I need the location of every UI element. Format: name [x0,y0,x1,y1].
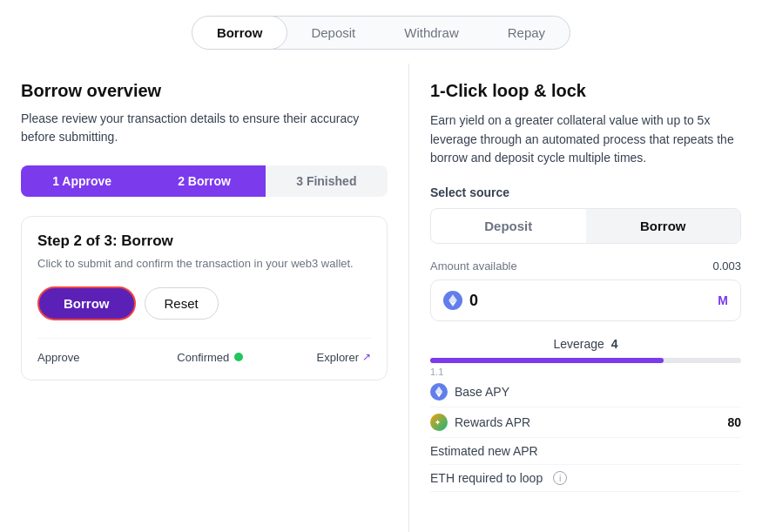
info-icon[interactable]: i [553,471,567,485]
leverage-row: Leverage 4 [430,337,741,351]
eth-required-text: ETH required to loop [430,471,543,485]
eth-required-label: ETH required to loop i [430,471,567,485]
leverage-track[interactable]: 1.1 [430,358,741,363]
status-confirmed: Confirmed [177,351,316,364]
apy-base-label: Base APY [430,383,509,401]
eth-apy-icon [430,383,448,401]
explorer-link[interactable]: Explorer ↗ [317,351,371,364]
right-panel: 1-Click loop & lock Earn yield on a grea… [409,64,762,532]
step-box-desc: Click to submit and confirm the transact… [37,255,371,273]
tab-withdraw[interactable]: Withdraw [380,17,483,49]
source-borrow-btn[interactable]: Borrow [586,209,741,243]
right-title: 1-Click loop & lock [430,81,741,101]
confirmed-dot [234,353,243,361]
apy-rewards-row: ✦ Rewards APR 80 [430,407,741,438]
leverage-value: 4 [611,337,618,351]
explorer-label: Explorer [317,351,359,364]
amount-input-row: 0 M [430,279,741,321]
apy-rewards-label: ✦ Rewards APR [430,414,530,431]
right-desc: Earn yield on a greater collateral value… [430,111,741,168]
tab-group: Borrow Deposit Withdraw Repay [192,16,570,50]
rewards-apy-icon: ✦ [430,414,448,431]
estimated-apr-label: Estimated new APR [430,444,538,458]
main-layout: Borrow overview Please review your trans… [0,64,762,532]
leverage-label: Leverage [553,337,604,351]
tab-deposit[interactable]: Deposit [287,17,380,49]
rewards-apr-value: 80 [727,415,741,429]
apy-estimated-row: Estimated new APR [430,438,741,465]
external-link-icon: ↗ [362,351,371,363]
step-actions: Borrow Reset [37,286,371,320]
step-bar: 1 Approve 2 Borrow 3 Finished [21,165,388,197]
step-2-borrow: 2 Borrow [143,165,265,197]
max-button[interactable]: M [718,293,728,307]
status-approve: Approve [37,351,177,364]
left-panel: Borrow overview Please review your trans… [0,64,409,532]
amount-available-row: Amount available 0.003 [430,259,741,273]
apy-estimated-label: Estimated new APR [430,444,538,458]
top-nav: Borrow Deposit Withdraw Repay [0,0,762,64]
tab-borrow[interactable]: Borrow [192,16,288,50]
amount-available-label: Amount available [430,259,517,273]
step-3-finished: 3 Finished [266,165,388,197]
svg-text:✦: ✦ [435,419,441,427]
approve-label: Approve [37,351,79,364]
step-box-title: Step 2 of 3: Borrow [37,232,371,250]
panel-title: Borrow overview [21,81,388,101]
rewards-apr-label: Rewards APR [455,415,530,429]
select-source-label: Select source [430,185,741,199]
source-deposit-btn[interactable]: Deposit [431,209,586,243]
leverage-min-label: 1.1 [430,367,443,377]
tab-repay[interactable]: Repay [483,17,570,49]
step-1-approve: 1 Approve [21,165,143,197]
source-toggle: Deposit Borrow [430,208,741,244]
amount-input[interactable]: 0 [469,292,711,310]
confirmed-label: Confirmed [177,351,229,364]
amount-available-value: 0.003 [712,259,741,273]
step-box: Step 2 of 3: Borrow Click to submit and … [21,216,388,380]
leverage-fill [430,358,664,363]
base-apy-label: Base APY [455,385,509,399]
eth-required-row: ETH required to loop i [430,465,741,492]
eth-icon [443,291,462,310]
panel-desc: Please review your transaction details t… [21,110,388,146]
reset-button[interactable]: Reset [145,287,219,320]
apy-base-row: Base APY [430,377,741,407]
status-row: Approve Confirmed Explorer ↗ [37,338,371,364]
borrow-button[interactable]: Borrow [37,286,136,320]
